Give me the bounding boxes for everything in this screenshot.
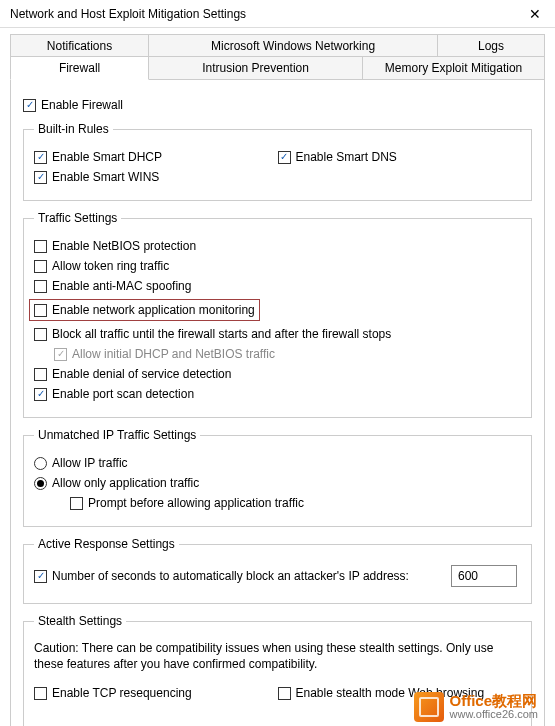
label-smart-wins: Enable Smart WINS bbox=[52, 170, 159, 184]
label-netbios: Enable NetBIOS protection bbox=[52, 239, 196, 253]
checkbox-smart-dhcp[interactable]: ✓ bbox=[34, 151, 47, 164]
window-title: Network and Host Exploit Mitigation Sett… bbox=[10, 7, 246, 21]
checkbox-smart-dns[interactable]: ✓ bbox=[278, 151, 291, 164]
legend-stealth: Stealth Settings bbox=[34, 614, 126, 628]
checkbox-prompt-app-traffic[interactable] bbox=[70, 497, 83, 510]
label-block-all-traffic: Block all traffic until the firewall sta… bbox=[52, 327, 391, 341]
checkbox-stealth-mode[interactable] bbox=[278, 687, 291, 700]
stealth-caution-text: Caution: There can be compatibility issu… bbox=[34, 640, 521, 672]
checkbox-allow-initial-dhcp: ✓ bbox=[54, 348, 67, 361]
legend-traffic: Traffic Settings bbox=[34, 211, 121, 225]
tab-intrusion-prevention[interactable]: Intrusion Prevention bbox=[149, 56, 363, 80]
legend-built-in: Built-in Rules bbox=[34, 122, 113, 136]
tab-notifications[interactable]: Notifications bbox=[10, 34, 149, 57]
input-block-seconds[interactable] bbox=[451, 565, 517, 587]
tab-strip: Notifications Microsoft Windows Networki… bbox=[0, 28, 555, 80]
tab-memory-exploit[interactable]: Memory Exploit Mitigation bbox=[363, 56, 545, 80]
title-bar: Network and Host Exploit Mitigation Sett… bbox=[0, 0, 555, 28]
group-traffic-settings: Traffic Settings Enable NetBIOS protecti… bbox=[23, 211, 532, 418]
label-allow-ip: Allow IP traffic bbox=[52, 456, 128, 470]
checkbox-token-ring[interactable] bbox=[34, 260, 47, 273]
tab-windows-networking[interactable]: Microsoft Windows Networking bbox=[149, 34, 438, 57]
radio-allow-ip[interactable] bbox=[34, 457, 47, 470]
checkbox-net-app-monitoring[interactable] bbox=[34, 304, 47, 317]
label-smart-dns: Enable Smart DNS bbox=[296, 150, 397, 164]
checkbox-dos-detection[interactable] bbox=[34, 368, 47, 381]
label-allow-initial-dhcp: Allow initial DHCP and NetBIOS traffic bbox=[72, 347, 275, 361]
legend-unmatched: Unmatched IP Traffic Settings bbox=[34, 428, 200, 442]
label-stealth-mode: Enable stealth mode Web browsing bbox=[296, 686, 485, 700]
close-icon[interactable]: ✕ bbox=[523, 6, 547, 22]
checkbox-port-scan[interactable]: ✓ bbox=[34, 388, 47, 401]
label-auto-block: Number of seconds to automatically block… bbox=[52, 569, 409, 583]
label-tcp-resequencing: Enable TCP resequencing bbox=[52, 686, 192, 700]
checkbox-smart-wins[interactable]: ✓ bbox=[34, 171, 47, 184]
label-smart-dhcp: Enable Smart DHCP bbox=[52, 150, 162, 164]
checkbox-block-all-traffic[interactable] bbox=[34, 328, 47, 341]
group-active-response: Active Response Settings ✓ Number of sec… bbox=[23, 537, 532, 604]
tab-page-firewall: ✓ Enable Firewall Built-in Rules ✓ Enabl… bbox=[10, 79, 545, 726]
group-stealth: Stealth Settings Caution: There can be c… bbox=[23, 614, 532, 726]
checkbox-auto-block[interactable]: ✓ bbox=[34, 570, 47, 583]
radio-allow-app[interactable] bbox=[34, 477, 47, 490]
group-built-in-rules: Built-in Rules ✓ Enable Smart DHCP ✓ Ena… bbox=[23, 122, 532, 201]
checkbox-enable-firewall[interactable]: ✓ bbox=[23, 99, 36, 112]
label-token-ring: Allow token ring traffic bbox=[52, 259, 169, 273]
label-net-app-monitoring: Enable network application monitoring bbox=[52, 303, 255, 317]
legend-active-response: Active Response Settings bbox=[34, 537, 179, 551]
tab-logs[interactable]: Logs bbox=[438, 34, 545, 57]
label-allow-app: Allow only application traffic bbox=[52, 476, 199, 490]
checkbox-anti-mac[interactable] bbox=[34, 280, 47, 293]
label-prompt-app-traffic: Prompt before allowing application traff… bbox=[88, 496, 304, 510]
checkbox-netbios[interactable] bbox=[34, 240, 47, 253]
label-port-scan: Enable port scan detection bbox=[52, 387, 194, 401]
tab-firewall[interactable]: Firewall bbox=[10, 56, 149, 80]
label-dos-detection: Enable denial of service detection bbox=[52, 367, 231, 381]
label-anti-mac: Enable anti-MAC spoofing bbox=[52, 279, 191, 293]
label-enable-firewall: Enable Firewall bbox=[41, 98, 123, 112]
group-unmatched-ip: Unmatched IP Traffic Settings Allow IP t… bbox=[23, 428, 532, 527]
checkbox-tcp-resequencing[interactable] bbox=[34, 687, 47, 700]
